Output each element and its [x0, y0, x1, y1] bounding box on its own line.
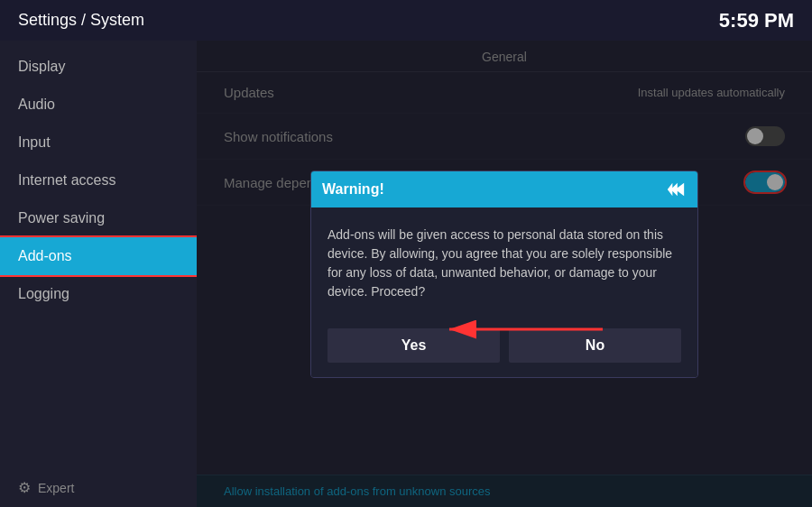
expert-label: Expert: [38, 481, 74, 495]
clock: 5:59 PM: [719, 9, 794, 32]
sidebar-spacer: [0, 313, 197, 468]
page-title: Settings / System: [18, 11, 144, 30]
sidebar-item-internet-access[interactable]: Internet access: [0, 161, 197, 199]
sidebar-item-add-ons[interactable]: Add-ons: [0, 237, 197, 275]
sidebar-item-input[interactable]: Input: [0, 124, 197, 161]
dialog-header: Warning!: [311, 171, 697, 207]
dialog-overlay: Warning! Add-ons will be given access to…: [197, 41, 812, 507]
dialog-title: Warning!: [322, 181, 384, 198]
header: Settings / System 5:59 PM: [0, 0, 812, 41]
no-button[interactable]: No: [509, 328, 681, 363]
sidebar-item-audio[interactable]: Audio: [0, 86, 197, 124]
kodi-logo-svg: [666, 180, 686, 199]
dialog-buttons: Yes No: [311, 319, 697, 377]
dialog-body: Add-ons will be given access to personal…: [311, 207, 697, 319]
gear-icon: ⚙: [18, 479, 31, 496]
sidebar-item-power-saving[interactable]: Power saving: [0, 199, 197, 237]
layout: Display Audio Input Internet access Powe…: [0, 41, 812, 507]
yes-button[interactable]: Yes: [328, 328, 500, 363]
svg-marker-0: [668, 182, 684, 196]
sidebar-item-logging[interactable]: Logging: [0, 275, 197, 313]
sidebar-item-display[interactable]: Display: [0, 48, 197, 86]
main-content: General Updates Install updates automati…: [197, 41, 812, 507]
expert-button[interactable]: ⚙ Expert: [0, 468, 197, 507]
sidebar: Display Audio Input Internet access Powe…: [0, 41, 197, 507]
warning-dialog: Warning! Add-ons will be given access to…: [310, 171, 698, 378]
kodi-icon: [665, 179, 687, 200]
